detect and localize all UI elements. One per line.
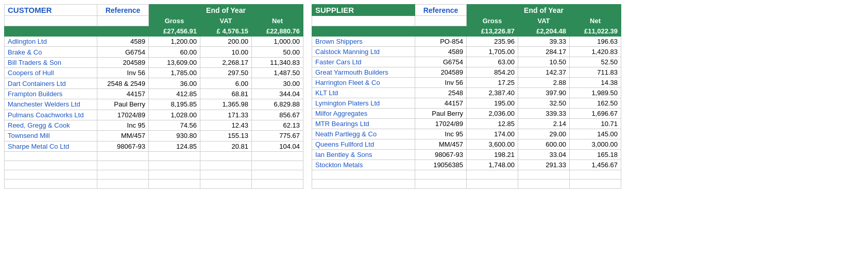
supplier-gross: 235.96: [467, 37, 518, 47]
supplier-net: 145.00: [570, 129, 621, 139]
customer-net: 62.13: [252, 120, 303, 130]
customer-ref: Inc 95: [97, 120, 149, 130]
supplier-name: Queens Fullford Ltd: [312, 139, 415, 150]
supplier-vat: 397.90: [518, 88, 570, 98]
customer-ref: Paul Berry: [97, 99, 149, 110]
supplier-vat: 600.00: [518, 139, 570, 150]
supplier-net: 162.50: [570, 98, 621, 109]
table-row: Townsend Mill MM/457 930.80 155.13 775.6…: [5, 131, 303, 141]
supplier-total-gross: £13,226.87: [467, 26, 518, 37]
customer-section: CUSTOMER Reference End of Year Gross VAT…: [4, 4, 303, 189]
supplier-net-subheader: Net: [570, 16, 621, 26]
supplier-vat: 32.50: [518, 98, 570, 109]
empty-row: [5, 180, 303, 189]
supplier-ref: 98067-93: [415, 150, 467, 160]
customer-vat: 2,268.17: [200, 57, 252, 67]
customer-ref: 4589: [97, 37, 149, 47]
supplier-name: Ian Bentley & Sons: [312, 150, 415, 160]
customer-gross: 13,609.00: [149, 57, 200, 67]
customer-net: 104.04: [252, 141, 303, 151]
customer-net: 11,340.83: [252, 57, 303, 67]
empty-row: [312, 180, 621, 189]
customer-name: Sharpe Metal Co Ltd: [5, 141, 97, 151]
table-row: Queens Fullford Ltd MM/457 3,600.00 600.…: [312, 139, 621, 150]
customer-net: 344.04: [252, 88, 303, 99]
supplier-vat: 33.04: [518, 150, 570, 160]
table-row: KLT Ltd 2548 2,387.40 397.90 1,989.50: [312, 88, 621, 98]
customer-gross: 124.85: [149, 141, 200, 151]
supplier-total-vat: £2,204.48: [518, 26, 570, 37]
customer-gross: 36.00: [149, 78, 200, 88]
table-row: Faster Cars Ltd G6754 63.00 10.50 52.50: [312, 57, 621, 67]
customer-net: 30.00: [252, 78, 303, 88]
supplier-gross: 17.25: [467, 78, 518, 88]
customer-net: 856.67: [252, 110, 303, 120]
customer-vat: 297.50: [200, 68, 252, 78]
supplier-name: Milfor Aggregates: [312, 109, 415, 119]
table-row: Brown Shippers PO-854 235.96 39.33 196.6…: [312, 37, 621, 47]
customer-name: Bill Traders & Son: [5, 57, 97, 67]
supplier-gross: 2,387.40: [467, 88, 518, 98]
customer-net: 1,000.00: [252, 37, 303, 47]
customer-ref: MM/457: [97, 131, 149, 141]
supplier-vat: 39.33: [518, 37, 570, 47]
empty-row: [312, 170, 621, 180]
supplier-name: Lymington Platers Ltd: [312, 98, 415, 109]
supplier-name: Harrington Fleet & Co: [312, 78, 415, 88]
customer-name: Coopers of Hull: [5, 68, 97, 78]
customer-gross: 930.80: [149, 131, 200, 141]
supplier-ref: 19056385: [415, 160, 467, 170]
customer-vat: 171.33: [200, 110, 252, 120]
customer-vat: 200.00: [200, 37, 252, 47]
table-row: Adlington Ltd 4589 1,200.00 200.00 1,000…: [5, 37, 303, 47]
customer-table: CUSTOMER Reference End of Year Gross VAT…: [4, 4, 303, 189]
customer-name: Adlington Ltd: [5, 37, 97, 47]
customer-gross-subheader: Gross: [149, 16, 200, 26]
supplier-gross: 63.00: [467, 57, 518, 67]
table-row: Calstock Manning Ltd 4589 1,705.00 284.1…: [312, 47, 621, 57]
customer-vat-subheader: VAT: [200, 16, 252, 26]
customer-total-vat: £ 4,576.15: [200, 26, 252, 37]
customer-net: 6,829.88: [252, 99, 303, 110]
customer-name: Townsend Mill: [5, 131, 97, 141]
table-row: Pulmans Coachworks Ltd 17024/89 1,028.00…: [5, 110, 303, 120]
customer-gross: 8,195.85: [149, 99, 200, 110]
supplier-net: 196.63: [570, 37, 621, 47]
supplier-vat: 2.88: [518, 78, 570, 88]
customer-gross: 1,028.00: [149, 110, 200, 120]
table-row: Brake & Co G6754 60.00 10.00 50.00: [5, 47, 303, 57]
supplier-net: 10.71: [570, 119, 621, 129]
table-row: MTR Bearings Ltd 17024/89 12.85 2.14 10.…: [312, 119, 621, 129]
customer-gross: 60.00: [149, 47, 200, 57]
supplier-vat-subheader: VAT: [518, 16, 570, 26]
supplier-name: Neath Partlegg & Co: [312, 129, 415, 139]
supplier-name: KLT Ltd: [312, 88, 415, 98]
supplier-net: 1,456.67: [570, 160, 621, 170]
customer-ref: Inv 56: [97, 68, 149, 78]
customer-gross: 1,785.00: [149, 68, 200, 78]
supplier-vat: 291.33: [518, 160, 570, 170]
supplier-name: MTR Bearings Ltd: [312, 119, 415, 129]
supplier-net: 1,420.83: [570, 47, 621, 57]
supplier-gross: 2,036.00: [467, 109, 518, 119]
supplier-name: Great Yarmouth Builders: [312, 67, 415, 78]
customer-vat: 12.43: [200, 120, 252, 130]
customer-header: CUSTOMER: [5, 5, 97, 16]
supplier-vat: 10.50: [518, 57, 570, 67]
customer-eoy-header: End of Year: [149, 5, 303, 16]
supplier-net: 711.83: [570, 67, 621, 78]
supplier-gross: 12.85: [467, 119, 518, 129]
empty-row: [5, 152, 303, 161]
supplier-gross: 195.00: [467, 98, 518, 109]
supplier-name: Calstock Manning Ltd: [312, 47, 415, 57]
supplier-name: Stockton Metals: [312, 160, 415, 170]
table-row: Great Yarmouth Builders 204589 854.20 14…: [312, 67, 621, 78]
table-row: Milfor Aggregates Paul Berry 2,036.00 33…: [312, 109, 621, 119]
customer-ref: 2548 & 2549: [97, 78, 149, 88]
customer-gross: 1,200.00: [149, 37, 200, 47]
table-row: Ian Bentley & Sons 98067-93 198.21 33.04…: [312, 150, 621, 160]
supplier-ref: G6754: [415, 57, 467, 67]
supplier-ref: 44157: [415, 98, 467, 109]
table-row: Dart Containers Ltd 2548 & 2549 36.00 6.…: [5, 78, 303, 88]
supplier-ref: Inv 56: [415, 78, 467, 88]
